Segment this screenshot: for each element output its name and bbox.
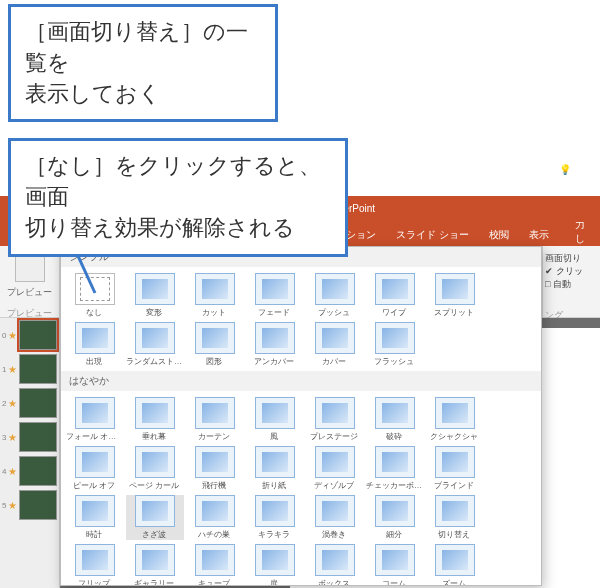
timing-row-c[interactable]: □ 自動 [545,278,598,291]
transition-shape[interactable]: 図形 [186,322,244,367]
grid-simple: なし 変形 カット フェード プッシュ ワイプ スプリット 出現 ランダムスト…… [61,267,541,371]
transition-fade[interactable]: フェード [246,273,304,318]
star-icon: ★ [8,466,17,477]
transition-peel-off[interactable]: ピール オフ [66,446,124,491]
transition-gallery[interactable]: ギャラリー [126,544,184,586]
thumb-3[interactable]: 3★ [0,420,59,454]
star-icon: ★ [8,500,17,511]
transition-gallery-dropdown: シンプル なし 変形 カット フェード プッシュ ワイプ スプリット 出現 ラン… [60,246,542,586]
star-icon: ★ [8,398,17,409]
star-icon: ★ [8,364,17,375]
thumb-1[interactable]: 1★ [0,352,59,386]
transition-curtains[interactable]: カーテン [186,397,244,442]
transition-morph[interactable]: 変形 [126,273,184,318]
transition-split[interactable]: スプリット [426,273,484,318]
transition-glitter[interactable]: キラキラ [246,495,304,540]
transition-fall-over[interactable]: フォール オー… [66,397,124,442]
callout1-line1: ［画面切り替え］の一覧を [25,19,248,75]
transition-honeycomb[interactable]: ハチの巣 [186,495,244,540]
instruction-callout-2: ［なし］をクリックすると、画面 切り替え効果が解除される [8,138,348,256]
transition-fracture[interactable]: 破砕 [366,397,424,442]
transition-push[interactable]: プッシュ [306,273,364,318]
transition-appear[interactable]: 出現 [66,322,124,367]
transition-drape[interactable]: 垂れ幕 [126,397,184,442]
grid-fancy: フォール オー… 垂れ幕 カーテン 風 プレステージ 破砕 クシャクシャ ピール… [61,391,541,586]
transition-wipe[interactable]: ワイプ [366,273,424,318]
transition-page-curl[interactable]: ページ カール [126,446,184,491]
transition-switch[interactable]: 切り替え [426,495,484,540]
star-icon: ★ [8,330,17,341]
transition-prestige[interactable]: プレステージ [306,397,364,442]
transition-origami[interactable]: 折り紙 [246,446,304,491]
transition-box[interactable]: ボックス [306,544,364,586]
transition-random-bars[interactable]: ランダムスト… [126,322,184,367]
transition-doors[interactable]: 扉 [246,544,304,586]
instruction-callout-1: ［画面切り替え］の一覧を 表示しておく [8,4,278,122]
transition-ripple[interactable]: さざ波 [126,495,184,540]
transition-uncover[interactable]: アンカバー [246,322,304,367]
transition-dissolve[interactable]: ディゾルブ [306,446,364,491]
transition-vortex[interactable]: 渦巻き [306,495,364,540]
transition-blinds[interactable]: ブラインド [426,446,484,491]
transition-cube[interactable]: キューブ [186,544,244,586]
transition-flip[interactable]: フリップ [66,544,124,586]
transition-cover[interactable]: カバー [306,322,364,367]
timing-row-b[interactable]: ✔ クリッ [545,265,598,278]
transition-checkerboard[interactable]: チェッカーボード [366,446,424,491]
transition-comb[interactable]: コーム [366,544,424,586]
transition-flash[interactable]: フラッシュ [366,322,424,367]
slide-thumbnails: 0★ 1★ 2★ 3★ 4★ 5★ [0,318,60,588]
transition-airplane[interactable]: 飛行機 [186,446,244,491]
thumb-2[interactable]: 2★ [0,386,59,420]
transition-shred[interactable]: 細分 [366,495,424,540]
section-fancy: はなやか [61,371,541,391]
star-icon: ★ [8,432,17,443]
callout2-line1: ［なし］をクリックすると、画面 [25,153,321,209]
callout1-line2: 表示しておく [25,81,161,106]
thumb-4[interactable]: 4★ [0,454,59,488]
transition-cut[interactable]: カット [186,273,244,318]
transition-crush[interactable]: クシャクシャ [426,397,484,442]
transition-wind[interactable]: 風 [246,397,304,442]
transition-zoom[interactable]: ズーム [426,544,484,586]
transition-clock[interactable]: 時計 [66,495,124,540]
thumb-0[interactable]: 0★ [0,318,59,352]
thumb-5[interactable]: 5★ [0,488,59,522]
callout2-line2: 切り替え効果が解除される [25,215,295,240]
